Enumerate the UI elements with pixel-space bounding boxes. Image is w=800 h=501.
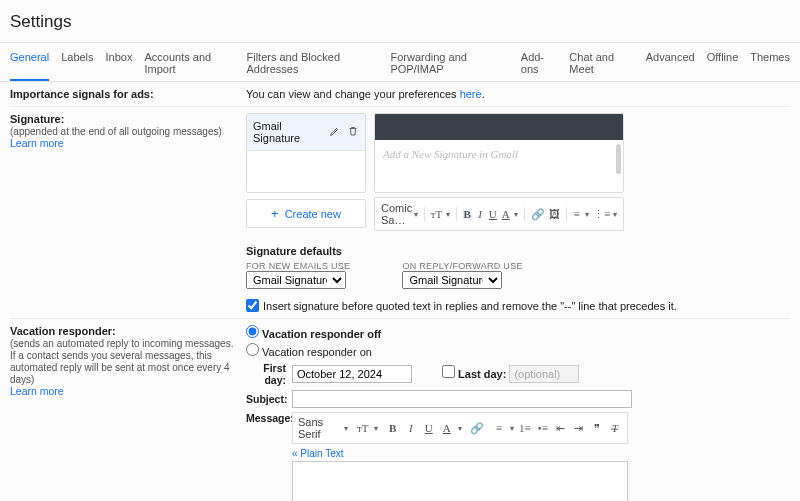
subject-label: Subject: — [246, 393, 292, 405]
first-day-label: First day: — [246, 362, 292, 386]
tab-inbox[interactable]: Inbox — [106, 51, 133, 81]
trash-icon[interactable] — [347, 125, 359, 139]
signature-list: Gmail Signature — [246, 113, 366, 193]
page-title: Settings — [10, 12, 790, 32]
bullet-list-icon[interactable]: •≡ — [536, 422, 550, 434]
chevron-down-icon: ▾ — [374, 424, 378, 433]
vacation-label: Vacation responder: — [10, 325, 116, 337]
tab-filters[interactable]: Filters and Blocked Addresses — [246, 51, 378, 81]
underline-button[interactable]: U — [488, 208, 497, 220]
settings-tabs: General Labels Inbox Accounts and Import… — [10, 43, 790, 81]
signature-label: Signature: — [10, 113, 64, 125]
reply-forward-select[interactable]: Gmail Signature — [402, 271, 502, 289]
chevron-down-icon: ▾ — [414, 210, 418, 219]
pencil-icon[interactable] — [329, 125, 341, 139]
message-toolbar: Sans Serif ▾ тT▾ B I U A▾ 🔗 ≡▾ 1≡ •≡ — [292, 412, 628, 444]
image-icon[interactable]: 🖼 — [549, 208, 560, 220]
tab-themes[interactable]: Themes — [750, 51, 790, 81]
signature-item-name: Gmail Signature — [253, 120, 329, 144]
underline-button[interactable]: U — [422, 422, 436, 434]
signature-image-block — [375, 114, 623, 140]
message-textarea[interactable] — [292, 461, 628, 501]
text-color-button[interactable]: A — [440, 422, 454, 434]
insert-before-quoted-checkbox[interactable] — [246, 299, 259, 312]
italic-button[interactable]: I — [476, 208, 485, 220]
signature-preview-text: Add a New Signature in Gmail — [375, 140, 623, 168]
chevron-down-icon: ▾ — [613, 210, 617, 219]
last-day-checkbox[interactable] — [442, 365, 455, 378]
message-label: Message: — [246, 412, 292, 424]
last-day-label: Last day: — [458, 368, 506, 380]
signature-toolbar: Comic Sa… ▾ тT▾ B I U A▾ 🔗 🖼 ≡▾ ⋮≡▾ — [374, 197, 624, 231]
tab-general[interactable]: General — [10, 51, 49, 81]
signature-learn-more-link[interactable]: Learn more — [10, 137, 64, 149]
new-emails-label: FOR NEW EMAILS USE — [246, 261, 350, 271]
vacation-learn-more-link[interactable]: Learn more — [10, 385, 64, 397]
bold-button[interactable]: B — [386, 422, 400, 434]
ads-label: Importance signals for ads: — [10, 88, 154, 100]
tab-advanced[interactable]: Advanced — [646, 51, 695, 81]
quote-icon[interactable]: ❞ — [590, 422, 604, 435]
chevron-down-icon: ▾ — [458, 424, 462, 433]
chevron-down-icon: ▾ — [510, 424, 514, 433]
plus-icon: + — [271, 206, 279, 221]
bold-button[interactable]: B — [463, 208, 472, 220]
font-select[interactable]: Comic Sa… ▾ — [381, 202, 418, 226]
chevron-down-icon: ▾ — [446, 210, 450, 219]
font-select[interactable]: Sans Serif ▾ — [298, 416, 348, 440]
remove-format-icon[interactable]: T̶ — [608, 422, 622, 435]
signature-list-item[interactable]: Gmail Signature — [247, 114, 365, 151]
reply-forward-label: ON REPLY/FORWARD USE — [402, 261, 522, 271]
indent-more-icon[interactable]: ⇥ — [572, 422, 586, 435]
chevron-down-icon: ▾ — [585, 210, 589, 219]
numbered-list-icon[interactable]: 1≡ — [518, 422, 532, 434]
tab-labels[interactable]: Labels — [61, 51, 93, 81]
subject-input[interactable] — [292, 390, 632, 408]
insert-before-quoted-label: Insert signature before quoted text in r… — [263, 300, 677, 312]
first-day-input[interactable] — [292, 365, 412, 383]
chevron-down-icon: ▾ — [344, 424, 348, 433]
chevron-down-icon: ▾ — [514, 210, 518, 219]
vacation-off-radio[interactable] — [246, 325, 259, 338]
tab-accounts[interactable]: Accounts and Import — [144, 51, 234, 81]
align-icon[interactable]: ≡ — [492, 422, 506, 434]
vacation-on-radio[interactable] — [246, 343, 259, 356]
vacation-sub: (sends an automated reply to incoming me… — [10, 338, 233, 385]
last-day-placeholder: (optional) — [509, 365, 579, 383]
link-icon[interactable]: 🔗 — [470, 422, 484, 435]
indent-less-icon[interactable]: ⇤ — [554, 422, 568, 435]
tab-offline[interactable]: Offline — [707, 51, 739, 81]
vacation-on-option[interactable]: Vacation responder on — [246, 343, 790, 358]
align-icon[interactable]: ≡ — [572, 208, 581, 220]
link-icon[interactable]: 🔗 — [531, 208, 545, 221]
vacation-off-option[interactable]: Vacation responder off — [246, 325, 790, 340]
list-icon[interactable]: ⋮≡ — [593, 208, 609, 221]
tab-chat[interactable]: Chat and Meet — [569, 51, 633, 81]
tab-forwarding[interactable]: Forwarding and POP/IMAP — [390, 51, 508, 81]
italic-button[interactable]: I — [404, 422, 418, 434]
plain-text-link[interactable]: « Plain Text — [292, 448, 344, 459]
ads-link[interactable]: here — [460, 88, 482, 100]
signature-sub: (appended at the end of all outgoing mes… — [10, 126, 222, 137]
create-new-label: Create new — [285, 208, 341, 220]
create-new-signature-button[interactable]: + Create new — [246, 199, 366, 228]
ads-text: You can view and change your preferences — [246, 88, 460, 100]
font-size-icon[interactable]: тT — [356, 422, 370, 434]
tab-addons[interactable]: Add-ons — [521, 51, 558, 81]
scrollbar[interactable] — [616, 144, 621, 174]
signature-editor[interactable]: Add a New Signature in Gmail — [374, 113, 624, 193]
new-emails-select[interactable]: Gmail Signature — [246, 271, 346, 289]
text-color-button[interactable]: A — [501, 208, 510, 220]
signature-defaults-heading: Signature defaults — [246, 245, 790, 257]
font-size-icon[interactable]: тT — [431, 208, 443, 220]
